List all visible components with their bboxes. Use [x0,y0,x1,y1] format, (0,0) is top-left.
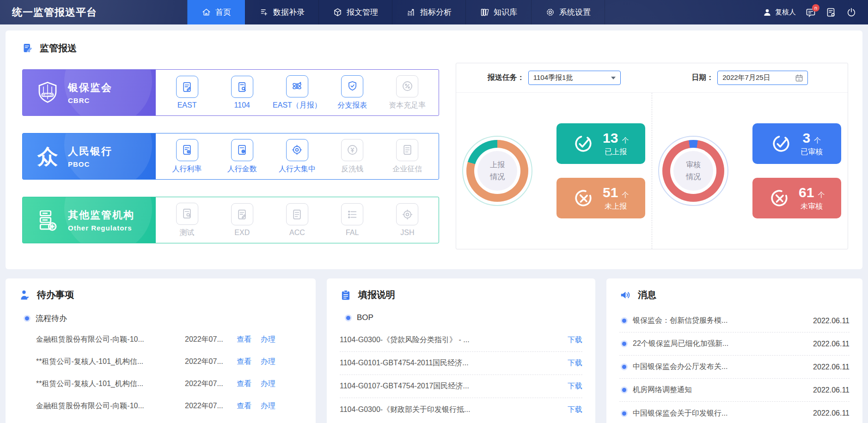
task-select-label: 报送任务： [488,73,525,83]
message-text: 中国银保监会关于印发银行... [633,409,807,418]
tablet-tool-icon [236,81,248,93]
person-icon [18,289,31,301]
doc-edit-icon [236,208,248,221]
card-title: 消息 [638,289,656,301]
message-count-badge: n [812,4,819,12]
check-circle-icon [771,133,791,154]
tile-label: 反洗钱 [341,164,363,174]
logout-button[interactable] [846,7,857,18]
power-icon [846,7,857,18]
unreviewed-label: 未审核 [801,202,823,212]
cbrc-tiles: EAST 1104 EAST（月报） 分支报表 [156,70,439,115]
instruction-name: 1104-G0300-《财政部关于印发银行抵... [340,405,568,415]
tile-enterprise-credit[interactable]: 企业征信 [382,139,433,174]
card-title: 填报说明 [358,289,395,301]
handle-link[interactable]: 办理 [261,401,275,411]
unsubmitted-stat-button[interactable]: 51 个 未上报 [556,178,645,218]
todo-row: 金融租赁股份有限公司-向颖-10... 2022年07... 查看 办理 [18,328,303,350]
tile-east[interactable]: EAST [162,76,213,109]
download-link[interactable]: 下载 [568,335,582,345]
reviewed-stat-button[interactable]: 3 个 已审核 [752,123,841,164]
tile-label: 人行利率 [172,164,202,174]
download-link[interactable]: 下载 [568,405,582,415]
todo-name: 金融租赁股份有限公司-向颖-10... [36,401,175,411]
report-edit-icon [22,42,33,54]
nav-item-label: 系统设置 [559,7,591,18]
handle-link[interactable]: 办理 [261,379,275,389]
bullet-icon [622,388,626,392]
tile-exd[interactable]: EXD [217,203,268,237]
shield-icon [346,80,359,92]
unreviewed-stat-button[interactable]: 61 个 未审核 [752,178,841,218]
tile-pboc-rate[interactable]: 人行利率 [162,139,213,174]
package-icon [333,7,342,17]
regulator-brand-cbrc: CBRC 银保监会 CBRC [23,70,156,115]
tile-label: ACC [289,229,305,237]
instructions-card: 填报说明 BOP 1104-G0300-《贷款风险分类指引》 - ... 下载 … [327,278,595,423]
message-row[interactable]: 中国银保监会关于印发银行... 2022.06.11 [619,402,850,423]
tile-fal[interactable]: FAL [327,203,378,237]
view-link[interactable]: 查看 [237,401,251,411]
handle-link[interactable]: 办理 [261,335,275,344]
download-link[interactable]: 下载 [568,381,582,391]
todo-date: 2022年07... [185,335,236,344]
nav-item-knowledge[interactable]: 知识库 [465,0,531,24]
todo-card: 待办事项 流程待办 金融租赁股份有限公司-向颖-10... 2022年07...… [6,278,316,423]
submitted-stat-button[interactable]: 13 个 已上报 [556,123,645,164]
doc-lines-icon [401,144,414,156]
tile-acc[interactable]: ACC [272,203,323,237]
tile-jsh[interactable]: JSH [382,203,433,237]
message-row[interactable]: 机房网络调整通知 2022.06.11 [619,379,850,402]
bullet-icon [25,316,29,320]
bullet-icon [622,319,626,323]
task-select[interactable]: 1104季报1批 [528,71,621,85]
nav-item-settings[interactable]: 系统设置 [531,0,605,24]
nav-item-report-mgmt[interactable]: 报文管理 [318,0,392,24]
instruction-name: 1104-G0101-GBT4754-2011国民经济... [340,358,568,368]
message-row[interactable]: 22个银保监局已细化加强新... 2022.06.11 [619,332,850,356]
messages-button[interactable]: n [805,7,816,18]
message-row[interactable]: 中国银保监会办公厅发布关... 2022.06.11 [619,356,850,379]
bullet-icon [622,411,626,416]
tile-aml[interactable]: 反洗钱 [327,139,378,174]
nav-item-analysis[interactable]: 指标分析 [392,0,465,24]
view-link[interactable]: 查看 [237,357,251,367]
instruction-name: 1104-G0107-GBT4754-2017国民经济... [340,381,568,391]
tile-label: 测试 [180,228,195,238]
tile-pboc-gold[interactable]: 人行金数 [217,139,268,174]
tile-east-monthly[interactable]: EAST（月报） [272,75,323,110]
todo-group: 流程待办 [25,313,303,324]
view-link[interactable]: 查看 [237,335,251,344]
user-icon [763,8,772,17]
regulator-brand-pboc: 众 人民银行 PBOC [23,133,156,179]
submit-donut-chart: 上报 情况 [462,136,532,206]
tile-1104[interactable]: 1104 [217,76,268,109]
chart-icon [406,7,416,17]
message-text: 中国银保监会办公厅发布关... [633,362,807,372]
todo-name: **租赁公司-复核人-101_机构信... [36,357,175,367]
top-navbar: 统一监管报送平台 首页 数据补录 报文管理 指标分析 知识库 系统设置 [0,0,868,24]
message-row[interactable]: 银保监会：创新信贷服务模... 2022.06.11 [619,309,850,332]
task-select-value: 1104季报1批 [533,73,573,82]
view-link[interactable]: 查看 [237,379,251,389]
bullet-icon [622,342,626,346]
user-menu[interactable]: 复核人 [763,8,796,17]
svg-text:CBRC: CBRC [43,93,53,97]
date-field[interactable]: 2022年7月25日 31 [717,71,808,85]
tile-test[interactable]: 测试 [162,203,213,238]
nav-item-home[interactable]: 首页 [187,0,245,24]
instruction-row: 1104-G0300-《贷款风险分类指引》 - ... 下载 [340,329,582,352]
tile-pboc-centralized[interactable]: 人行大集中 [272,139,323,174]
tile-capital-adequacy[interactable]: 资本充足率 [382,75,433,110]
download-link[interactable]: 下载 [568,358,582,368]
nav-item-label: 报文管理 [347,7,378,18]
nav-item-data-entry[interactable]: 数据补录 [245,0,318,24]
instruction-row: 1104-G0101-GBT4754-2011国民经济... 下载 [340,352,582,375]
handle-link[interactable]: 办理 [261,357,275,367]
tile-label: FAL [346,229,359,237]
tile-label: JSH [400,229,414,237]
percent-icon [401,80,414,92]
report-config-button[interactable] [825,7,837,18]
regulator-subtitle: Other Regulators [68,224,134,232]
tile-branch-report[interactable]: 分支报表 [327,75,378,110]
